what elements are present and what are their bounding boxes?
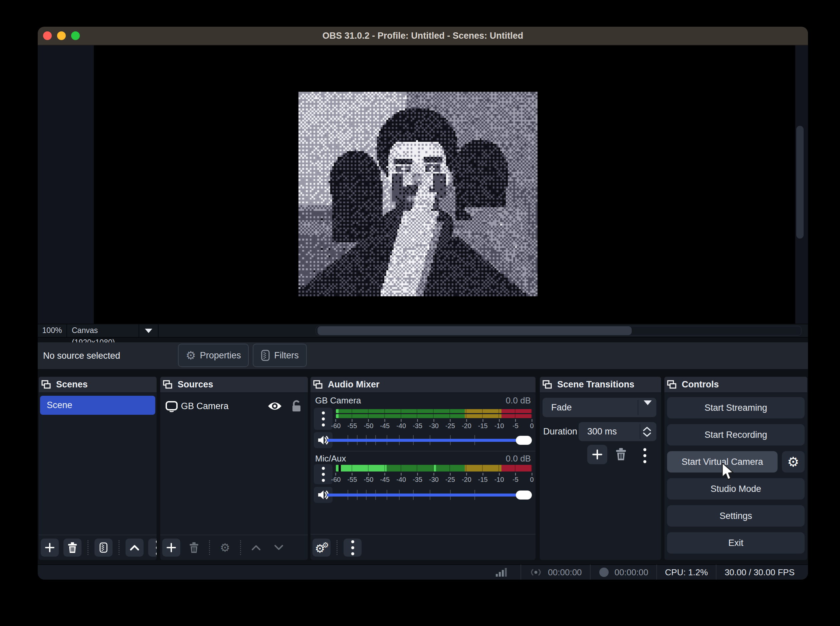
sources-title: Sources — [178, 379, 213, 390]
db-tick: -55 — [347, 473, 357, 484]
scenes-panel-header[interactable]: Scenes — [39, 377, 157, 393]
db-scale: -60-55-50-45-40-35-30-25-20-15-10-50 — [336, 473, 532, 484]
kebab-icon — [156, 540, 157, 555]
audio-meter — [336, 414, 532, 418]
sources-panel-header[interactable]: Sources — [160, 377, 308, 393]
spin-down-icon[interactable] — [643, 432, 651, 437]
db-tick: -15 — [478, 419, 488, 430]
video-capture-icon — [165, 400, 178, 412]
settings-button[interactable]: Settings — [667, 505, 805, 527]
properties-button[interactable]: ⚙ Properties — [178, 344, 249, 367]
start-recording-button[interactable]: Start Recording — [667, 424, 805, 446]
filters-button[interactable]: Filters — [253, 344, 307, 367]
db-tick: -5 — [512, 473, 519, 484]
scene-filters-button[interactable] — [94, 538, 113, 557]
advanced-audio-button[interactable]: ⚙ ⚙ — [312, 538, 331, 557]
sources-panel: Sources GB Camera — [160, 377, 308, 560]
kebab-icon — [322, 467, 325, 482]
unlock-icon[interactable] — [291, 400, 302, 412]
scenes-menu-button[interactable] — [148, 538, 157, 557]
scene-transitions-panel-header[interactable]: Scene Transitions — [540, 377, 661, 393]
dock-icon — [313, 380, 323, 390]
db-tick: -10 — [494, 419, 504, 430]
studio-mode-button[interactable]: Studio Mode — [667, 478, 805, 499]
mixer-channel-name: GB Camera — [315, 396, 361, 406]
move-source-up-button[interactable] — [247, 538, 265, 557]
remove-transition-button[interactable] — [615, 448, 627, 462]
video-preview-source[interactable] — [298, 92, 538, 296]
preview-status-strip: 100% Canvas (1920x1080) — [38, 324, 808, 338]
scene-list-item-selected[interactable]: Scene — [40, 396, 155, 415]
plus-icon — [45, 543, 55, 552]
chevron-up-icon — [251, 545, 261, 551]
db-tick: -30 — [429, 473, 439, 484]
dock-icon — [41, 380, 52, 390]
db-tick: -25 — [445, 419, 455, 430]
status-divider — [716, 565, 716, 580]
scenes-panel: Scenes Scene — [39, 377, 157, 560]
move-source-down-button[interactable] — [270, 538, 288, 557]
dock-icon — [667, 380, 677, 390]
volume-track[interactable] — [327, 493, 532, 496]
kebab-icon — [351, 540, 354, 555]
dock-icon — [163, 380, 173, 390]
source-properties-button[interactable]: ⚙ — [216, 538, 234, 557]
add-transition-button[interactable] — [587, 445, 607, 464]
controls-panel-header[interactable]: Controls — [664, 377, 807, 393]
db-tick: -45 — [380, 419, 390, 430]
start-streaming-button[interactable]: Start Streaming — [667, 397, 805, 418]
source-list-item[interactable]: GB Camera — [160, 396, 308, 416]
sources-toolbar: ⚙ — [160, 535, 308, 560]
controls-panel: Controls Start Streaming Start Recording… — [664, 377, 807, 560]
spin-up-icon[interactable] — [643, 427, 651, 431]
duration-spinbox[interactable]: 300 ms — [578, 422, 657, 441]
scenes-toolbar — [39, 535, 157, 560]
add-source-button[interactable] — [162, 538, 180, 557]
gear-icon: ⚙ — [186, 350, 196, 361]
db-scale: -60-55-50-45-40-35-30-25-20-15-10-50 — [336, 419, 532, 430]
toolbar-separator — [240, 540, 241, 555]
transitions-menu-button[interactable] — [643, 448, 646, 463]
canvas-selector[interactable]: Canvas (1920x1080) — [66, 324, 139, 337]
horizontal-scrollbar[interactable] — [318, 326, 632, 335]
volume-slider[interactable] — [327, 432, 532, 448]
mixer-channel-menu-button[interactable] — [314, 464, 332, 484]
zoom-level: 100% — [38, 324, 67, 337]
mixer-channel-menu-button[interactable] — [314, 408, 332, 430]
mixer-channel-level: 0.0 dB — [506, 396, 531, 406]
add-scene-button[interactable] — [41, 538, 59, 557]
transition-select[interactable]: Fade — [542, 398, 657, 417]
volume-track[interactable] — [327, 439, 532, 442]
canvas-selector-dropdown[interactable] — [139, 324, 158, 337]
record-icon — [599, 567, 609, 577]
volume-thumb[interactable] — [516, 436, 532, 445]
db-tick: 0 — [530, 473, 533, 484]
db-tick: 0 — [530, 419, 533, 430]
mouse-cursor — [721, 463, 734, 483]
volume-thumb[interactable] — [516, 490, 532, 499]
remove-scene-button[interactable] — [63, 538, 81, 557]
trash-icon — [615, 448, 627, 461]
obs-window: OBS 31.0.2 - Profile: Untitled - Scenes:… — [38, 27, 808, 580]
mixer-menu-button[interactable] — [343, 538, 362, 557]
remove-source-button[interactable] — [185, 538, 203, 557]
source-toolbar: No source selected ⚙ Properties Filters — [38, 342, 808, 369]
audio-mixer-title: Audio Mixer — [328, 379, 379, 390]
db-tick: -20 — [462, 473, 472, 484]
plus-icon — [166, 543, 176, 552]
vertical-scrollbar[interactable] — [796, 126, 804, 239]
db-tick: -20 — [462, 419, 472, 430]
virtual-camera-settings-button[interactable]: ⚙ — [782, 451, 805, 473]
eye-visible-icon[interactable] — [267, 401, 282, 411]
audio-mixer-panel-header[interactable]: Audio Mixer — [310, 377, 536, 393]
db-tick: -50 — [364, 419, 373, 430]
volume-slider[interactable] — [327, 487, 532, 503]
trash-icon — [67, 542, 77, 553]
exit-button[interactable]: Exit — [667, 532, 805, 554]
preview-area[interactable] — [38, 45, 808, 324]
titlebar[interactable]: OBS 31.0.2 - Profile: Untitled - Scenes:… — [38, 27, 808, 45]
kebab-icon — [643, 448, 646, 463]
status-divider — [590, 565, 591, 580]
move-scene-up-button[interactable] — [125, 538, 144, 557]
db-tick: -40 — [396, 419, 406, 430]
